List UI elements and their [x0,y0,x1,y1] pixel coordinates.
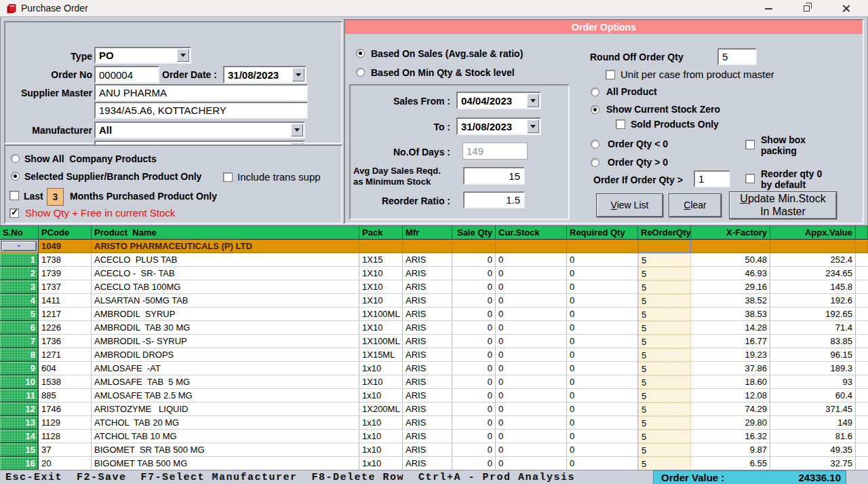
col-header-cur-stock[interactable]: Cur.Stock [496,226,567,240]
cell-mfr[interactable]: ARIS [403,457,452,470]
cell-cur-stock[interactable]: 0 [496,308,567,321]
cell-pcode[interactable]: 20 [39,457,92,470]
cell-sale-qty[interactable]: 0 [452,403,496,416]
based-on-minqty-radio[interactable] [356,68,365,77]
cell-pack[interactable]: 1X15ML [359,348,403,362]
cell-sno[interactable]: 3 [0,280,39,294]
cell-cur-stock[interactable]: 0 [496,321,567,335]
cell-spacer[interactable] [856,280,868,294]
cell-spacer[interactable] [856,267,868,280]
show-qty-free-label[interactable]: Show Qty + Free in current Stock [25,208,175,219]
cell-pcode[interactable]: 1129 [39,416,92,430]
cell-sno[interactable]: 13 [0,416,39,430]
cell-appx-value[interactable]: 145.8 [770,280,856,294]
based-on-sales-label[interactable]: Based On Sales (Avg.sale & ratio) [371,48,523,59]
cell-appx-value[interactable]: 32.75 [770,457,856,470]
cell-x-factory[interactable]: 50.48 [691,253,770,267]
cell-spacer[interactable] [856,348,868,362]
cell-sale-qty[interactable]: 0 [452,457,496,470]
cell-sale-qty[interactable] [452,240,496,253]
cell-mfr[interactable]: ARIS [403,321,452,335]
cell-x-factory[interactable]: 12.08 [691,389,770,403]
cell-sno[interactable]: 9 [0,362,39,375]
cell-pack[interactable]: 1X10 [359,267,403,280]
cell-pcode[interactable]: 1736 [39,335,92,348]
cell-pack[interactable]: 1X10 [359,321,403,335]
cell-x-factory[interactable]: 19.23 [691,348,770,362]
col-header-reorder-qty[interactable]: ReOrderQty [638,226,691,240]
cell-sale-qty[interactable]: 0 [452,335,496,348]
cell-product-name[interactable]: ACECLO PLUS TAB [92,253,359,267]
cell-cur-stock[interactable]: 0 [496,430,567,443]
cell-sale-qty[interactable]: 0 [452,375,496,389]
sold-products-checkbox[interactable] [616,119,625,129]
cell-sale-qty[interactable]: 0 [452,267,496,280]
cell-required-qty[interactable]: 0 [567,348,638,362]
cell-required-qty[interactable]: 0 [567,335,638,348]
cell-appx-value[interactable]: 81.6 [770,430,856,443]
cell-sno[interactable]: 10 [0,375,39,389]
cell-appx-value[interactable]: 71.4 [770,321,856,335]
cell-pack[interactable]: 1x10 [359,416,403,430]
cell-appx-value[interactable]: 189.3 [770,362,856,375]
col-header-required-qty[interactable]: Required Qty [567,226,638,240]
minimize-button[interactable] [753,0,784,17]
cell-pcode[interactable]: 885 [39,389,92,403]
cell-product-name[interactable]: BIGOMET TAB 500 MG [92,457,359,470]
cell-cur-stock[interactable]: 0 [496,335,567,348]
cell-pack[interactable]: 1X200ML [359,403,403,416]
selected-supplier-label[interactable]: Selected Supplier/Branch Product Only [24,171,201,182]
cell-required-qty[interactable]: 0 [567,253,638,267]
cell-mfr[interactable]: ARIS [403,280,452,294]
no-of-days-input[interactable]: 149 [462,143,528,160]
cell-mfr[interactable]: ARIS [403,443,452,457]
cell-spacer[interactable] [856,375,868,389]
cell-sale-qty[interactable]: 0 [452,362,496,375]
focused-cell-reorder-qty[interactable] [638,240,691,253]
chevron-down-icon[interactable] [291,124,303,136]
cell-appx-value[interactable]: 234.65 [770,267,856,280]
cell-spacer[interactable] [856,403,868,416]
cell-product-name[interactable]: ACECLO TAB 100MG [92,280,359,294]
cell-x-factory[interactable]: 16.77 [691,335,770,348]
cell-product-name[interactable]: AMBRODIL DROPS [92,348,359,362]
last-months-checkbox[interactable] [9,191,19,200]
qty-gt-zero-label[interactable]: Order Qty > 0 [608,157,668,168]
cell-reorder-qty[interactable]: 5 [638,253,691,267]
reorder-ratio-input[interactable]: 1.5 [463,191,525,208]
qty-gt-zero-radio[interactable] [591,158,599,167]
round-off-input[interactable]: 5 [717,48,757,65]
cell-reorder-qty[interactable]: 5 [638,389,691,403]
based-on-minqty-label[interactable]: Based On Min Qty & Stock level [371,67,515,78]
cell-x-factory[interactable]: 29.80 [691,416,770,430]
reorder-qty0-checkbox[interactable] [745,174,755,183]
col-header-product-name[interactable]: Product Name [92,226,359,240]
cell-pack[interactable]: 1X10 [359,280,403,294]
cell-pack[interactable] [359,240,403,253]
cell-pcode[interactable]: 604 [39,362,92,375]
cell-product-name[interactable]: ATCHOL TAB 20 MG [92,416,359,430]
cell-pack[interactable]: 1X100ML [359,308,403,321]
cell-required-qty[interactable]: 0 [567,430,638,443]
cell-cur-stock[interactable] [496,240,567,253]
cell-sale-qty[interactable]: 0 [452,348,496,362]
based-on-sales-radio[interactable] [356,49,365,58]
cell-cur-stock[interactable]: 0 [496,416,567,430]
cell-spacer[interactable] [856,240,868,253]
cell-pcode[interactable]: 1746 [39,403,92,416]
cell-required-qty[interactable]: 0 [567,280,638,294]
cell-required-qty[interactable] [567,240,638,253]
cell-sale-qty[interactable]: 0 [452,416,496,430]
cell-x-factory[interactable]: 74.29 [691,403,770,416]
cell-cur-stock[interactable]: 0 [496,375,567,389]
cell-sale-qty[interactable]: 0 [452,280,496,294]
cell-product-name[interactable]: BIGOMET SR TAB 500 MG [92,443,359,457]
cell-spacer[interactable] [856,294,868,308]
include-trans-label[interactable]: Include trans supp [237,172,321,183]
cell-sno[interactable]: 15 [0,443,39,457]
cell-product-name[interactable]: AMLOSAFE TAB 2.5 MG [92,389,359,403]
col-header-mfr[interactable]: Mfr [403,226,452,240]
cell-pack[interactable]: 1x10 [359,430,403,443]
cell-cur-stock[interactable]: 0 [496,457,567,470]
cell-appx-value[interactable]: 96.15 [770,348,856,362]
